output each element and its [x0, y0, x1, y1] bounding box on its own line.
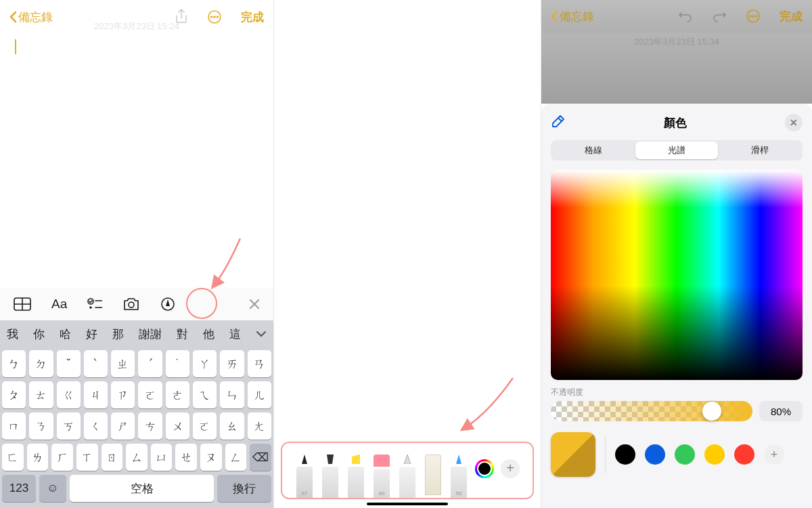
table-icon [14, 297, 31, 311]
key[interactable]: ㄕ [111, 412, 135, 440]
checklist-button[interactable] [87, 298, 102, 310]
ruler-tool[interactable] [424, 454, 443, 498]
key[interactable]: ㄋ [29, 412, 53, 440]
key[interactable]: ㄆ [2, 381, 26, 408]
key[interactable]: ㄊ [29, 381, 53, 408]
key[interactable]: ㄓ [111, 350, 135, 377]
key[interactable]: ㄇ [2, 412, 26, 440]
pencil-tool[interactable]: 50 [449, 454, 468, 498]
key[interactable]: ㄦ [248, 381, 271, 408]
camera-button[interactable] [122, 297, 140, 311]
key[interactable]: ㄎ [57, 412, 81, 440]
key[interactable]: ㄡ [200, 444, 222, 471]
undo-icon [678, 9, 693, 24]
preset-swatch[interactable] [675, 444, 695, 465]
opacity-knob[interactable] [702, 402, 721, 421]
color-mode-segment: 格線 光譜 滑桿 [551, 140, 803, 161]
key[interactable]: ㄈ [2, 444, 24, 471]
key[interactable]: ㄛ [138, 381, 162, 408]
key[interactable]: ㄞ [220, 350, 244, 377]
key[interactable]: ˇ [57, 350, 81, 377]
done-button[interactable]: 完成 [780, 9, 803, 24]
more-button[interactable] [746, 9, 761, 24]
suggestion[interactable]: 對 [177, 326, 188, 342]
tool-size-label: 50 [456, 490, 462, 496]
color-spectrum[interactable] [551, 170, 803, 380]
format-button[interactable]: Aa [51, 297, 67, 312]
key[interactable]: ㄙ [126, 444, 148, 471]
suggestion[interactable]: 我 [7, 326, 18, 342]
segment-grid[interactable]: 格線 [552, 142, 635, 159]
suggestion[interactable]: 你 [33, 326, 45, 342]
done-button[interactable]: 完成 [241, 9, 264, 25]
eraser-tool[interactable]: 80 [372, 454, 391, 498]
suggestion[interactable]: 好 [86, 326, 97, 342]
space-key[interactable]: 空格 [70, 475, 214, 502]
emoji-key[interactable]: ☺ [39, 475, 66, 502]
backspace-key[interactable]: ⌫ [250, 444, 271, 471]
key[interactable]: ˋ [84, 350, 108, 377]
preset-swatch[interactable] [645, 444, 665, 465]
key[interactable]: ㄣ [220, 381, 244, 408]
more-icon [746, 9, 761, 24]
suggestion[interactable]: 那 [112, 326, 124, 342]
key[interactable]: ㄅ [2, 350, 26, 377]
close-sheet-button[interactable]: ✕ [785, 114, 803, 131]
segment-slider[interactable]: 滑桿 [718, 142, 801, 159]
table-button[interactable] [14, 297, 31, 311]
key[interactable]: ˙ [166, 350, 189, 377]
key[interactable]: ㄉ [29, 350, 53, 377]
key[interactable]: ㄒ [76, 444, 98, 471]
key[interactable]: ˊ [138, 350, 162, 377]
key[interactable]: ㄥ [225, 444, 247, 471]
add-tool-button[interactable]: + [501, 459, 520, 478]
color-picker-button[interactable] [475, 459, 494, 478]
key[interactable]: ㄏ [51, 444, 73, 471]
suggestion[interactable]: 謝謝 [139, 326, 162, 342]
suggestion[interactable]: 他 [203, 326, 215, 342]
key[interactable]: ㄜ [166, 381, 189, 408]
close-icon [249, 299, 260, 310]
number-key[interactable]: 123 [2, 475, 36, 502]
key[interactable]: ㄍ [57, 381, 81, 408]
add-swatch-button[interactable]: + [764, 444, 784, 465]
back-button[interactable]: 備忘錄 [9, 9, 53, 25]
key[interactable]: ㄛ [193, 412, 217, 440]
back-button[interactable]: 備忘錄 [551, 9, 594, 24]
pen-tool[interactable]: 97 [295, 454, 314, 498]
expand-suggestions[interactable] [256, 327, 267, 341]
key[interactable]: ㄤ [248, 412, 271, 440]
highlighter-tool[interactable] [346, 454, 365, 498]
markup-button[interactable] [160, 297, 175, 312]
return-key[interactable]: 換行 [217, 475, 271, 502]
key[interactable]: ㄩ [151, 444, 173, 471]
key[interactable]: ㄐ [84, 381, 108, 408]
undo-button[interactable] [678, 9, 693, 24]
redo-button[interactable] [712, 9, 727, 24]
suggestion[interactable]: 這 [229, 326, 241, 342]
key[interactable]: ㄗ [111, 381, 135, 408]
more-button[interactable] [207, 9, 222, 24]
key[interactable]: ㄑ [84, 412, 108, 440]
key[interactable]: ㄝ [175, 444, 197, 471]
key[interactable]: ㄨ [166, 412, 189, 440]
suggestion[interactable]: 哈 [60, 326, 71, 342]
key[interactable]: ㄌ [27, 444, 49, 471]
segment-spectrum[interactable]: 光譜 [635, 142, 719, 159]
marker-tool[interactable] [321, 454, 340, 498]
annotation-circle [186, 288, 217, 319]
annotation-arrow-icon [455, 375, 516, 432]
key[interactable]: ㄖ [102, 444, 123, 471]
eyedropper-button[interactable] [551, 114, 566, 131]
key[interactable]: ㄚ [193, 350, 217, 377]
preset-swatch[interactable] [615, 444, 635, 465]
key[interactable]: ㄠ [220, 412, 244, 440]
opacity-slider[interactable] [551, 401, 752, 421]
key[interactable]: ㄢ [248, 350, 271, 377]
preset-swatch[interactable] [704, 444, 725, 465]
lasso-tool[interactable] [398, 454, 417, 498]
key[interactable]: ㄘ [138, 412, 162, 440]
preset-swatch[interactable] [734, 444, 754, 465]
dismiss-toolbar-button[interactable] [249, 299, 260, 310]
key[interactable]: ㄟ [193, 381, 217, 408]
